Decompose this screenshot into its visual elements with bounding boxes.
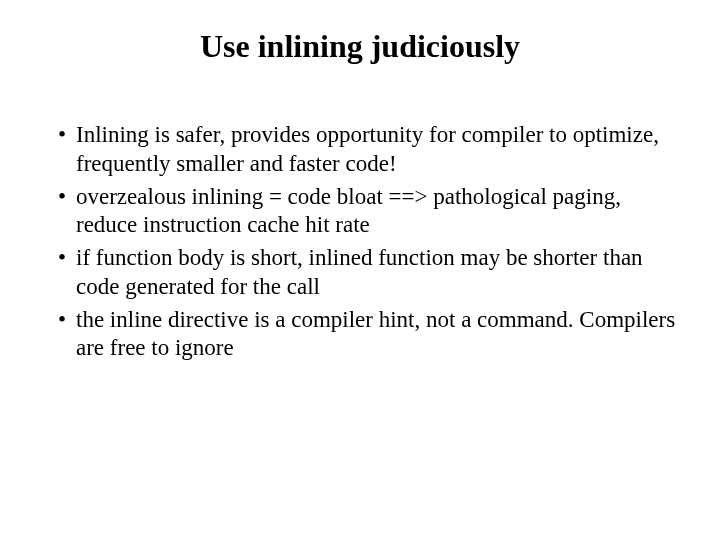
bullet-list: Inlining is safer, provides opportunity … xyxy=(36,121,684,363)
slide-title: Use inlining judiciously xyxy=(36,28,684,65)
slide: Use inlining judiciously Inlining is saf… xyxy=(0,0,720,540)
list-item: overzealous inlining = code bloat ==> pa… xyxy=(58,183,684,241)
list-item: if function body is short, inlined funct… xyxy=(58,244,684,302)
list-item: Inlining is safer, provides opportunity … xyxy=(58,121,684,179)
list-item: the inline directive is a compiler hint,… xyxy=(58,306,684,364)
